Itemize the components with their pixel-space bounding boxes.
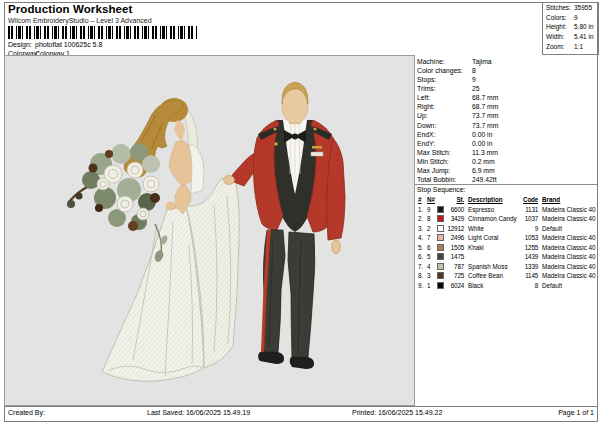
bride-figure (67, 98, 239, 381)
barcode (8, 26, 198, 39)
production-worksheet-page: { "header": { "title": "Production Works… (0, 0, 600, 424)
thread-swatch (437, 263, 444, 270)
thread-swatch (437, 244, 444, 251)
thread-swatch (437, 282, 444, 289)
thread-swatch (437, 215, 444, 222)
stat-colors: Colors:9 (543, 13, 598, 23)
machine-row: Down:73.7 mm (417, 120, 596, 129)
app-subtitle: Wilcom EmbroideryStudio – Level 3 Advanc… (8, 17, 152, 24)
groom-figure (224, 82, 346, 369)
thread-swatch (437, 206, 444, 213)
table-row: 5.61505Khaki1255Madeira Classic 40 (418, 243, 597, 253)
table-row: 1.96600Espresso1131Madeira Classic 40 (418, 205, 597, 215)
stop-sequence-title: Stop Sequence: (417, 186, 465, 193)
footer-printed: Printed: 16/06/2025 15.49.22 (352, 409, 442, 420)
stat-stitches: Stitches:35955 (543, 3, 598, 13)
machine-row: EndY:0.00 in (417, 139, 596, 148)
design-label: Design: (8, 41, 35, 48)
page-title: Production Worksheet (8, 3, 132, 15)
groom-hand-on-dress (224, 176, 235, 185)
design-value: photoflat 100625c 5.8 (35, 41, 102, 48)
machine-row: Machine:Tajima (417, 57, 596, 66)
table-row: 7.4787Spanish Moss1339Madeira Classic 40 (418, 262, 597, 272)
machine-row: Max Jump:6.9 mm (417, 166, 596, 175)
panel-divider (415, 184, 597, 185)
footer-created-by: Created By: (8, 409, 45, 420)
thread-swatch (437, 253, 444, 260)
machine-row: Left:68.7 mm (417, 93, 596, 102)
machine-row: Min Stitch:0.2 mm (417, 157, 596, 166)
machine-row: Stops:9 (417, 75, 596, 84)
bride-hand (166, 202, 176, 210)
footer-page-number: Page 1 of 1 (540, 409, 594, 420)
collar-pip (274, 142, 278, 146)
footer-divider (4, 406, 597, 407)
stat-height: Height:5.80 in (543, 22, 598, 32)
machine-info-panel: Machine:Tajima Color changes:8 Stops:9 T… (417, 57, 596, 185)
groom-shoe-left (258, 352, 284, 364)
groom-right-hand (332, 240, 341, 254)
design-preview (4, 55, 415, 406)
stop-sequence-table: # N# St. Description Code Brand 1.96600E… (418, 195, 597, 290)
stat-width: Width:5.41 in (543, 32, 598, 42)
name-badge (311, 152, 323, 156)
thread-swatch (437, 225, 444, 232)
table-row: 3.212912White9Default (418, 224, 597, 234)
table-row: 9.16024Black8Default (418, 281, 597, 291)
groom-shoe-right (290, 357, 314, 369)
machine-row: Right:68.7 mm (417, 102, 596, 111)
table-header: # N# St. Description Code Brand (418, 195, 597, 205)
table-row: 8.3725Coffee Bean1145Madeira Classic 40 (418, 271, 597, 281)
embroidery-design (5, 56, 414, 405)
table-row: 2.83429Cinnamon Candy1037Madeira Classic… (418, 214, 597, 224)
table-row: 6.514751439Madeira Classic 40 (418, 252, 597, 262)
machine-row: Trims:25 (417, 84, 596, 93)
design-row: Design: photoflat 100625c 5.8 (8, 41, 102, 48)
machine-row: Up:73.7 mm (417, 111, 596, 120)
machine-row: EndX:0.00 in (417, 130, 596, 139)
thread-swatch (437, 234, 444, 241)
design-stats-panel: Stitches:35955 Colors:9 Height:5.80 in W… (542, 2, 599, 55)
stat-zoom: Zoom:1:1 (543, 41, 598, 51)
machine-row: Max Stitch:11.3 mm (417, 148, 596, 157)
footer-last-saved: Last Saved: 16/06/2025 15.49.19 (147, 409, 250, 420)
machine-row: Color changes:8 (417, 66, 596, 75)
thread-swatch (437, 272, 444, 279)
table-row: 4.72496Light Coral1053Madeira Classic 40 (418, 233, 597, 243)
bride-face (174, 120, 185, 140)
wings-insignia (312, 146, 322, 149)
groom-trouser-right (288, 232, 315, 357)
